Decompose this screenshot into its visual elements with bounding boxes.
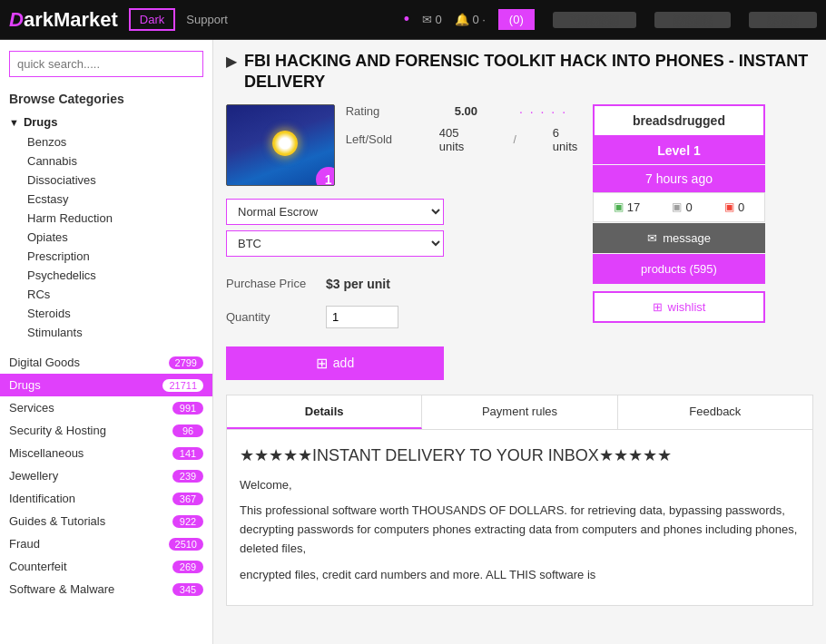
arrow-icon: ▼ [9,117,19,128]
sidebar-item-badge: 2799 [169,356,203,369]
welcome-text: Welcome, [240,476,800,495]
add-to-cart-button[interactable]: ⊞ add [226,346,444,380]
leftsold-label: Left/Sold [346,132,403,146]
sidebar-item-miscellaneous[interactable]: Miscellaneous 141 [0,442,212,464]
seller-name[interactable]: breadsdrugged [593,104,765,137]
user-blurred-3: ▓▓▓▓ [749,12,817,28]
seller-stats: ▣ 17 ▣ 0 ▣ 0 [593,192,765,222]
tab-payment-rules[interactable]: Payment rules [422,395,617,429]
subcat-steroids[interactable]: Steroids [20,304,212,323]
subcat-dissociatives[interactable]: Dissociatives [20,171,212,190]
messages-icon[interactable]: ✉ 0 [422,13,442,26]
subcat-stimulants[interactable]: Stimulants [20,323,212,342]
sidebar-item-label: Miscellaneous [9,446,84,460]
products-button[interactable]: products (595) [593,254,765,284]
sidebar-item-services[interactable]: Services 991 [0,396,212,419]
sidebar-item-label: Services [9,401,54,415]
subcat-rcs[interactable]: RCs [20,285,212,304]
subcat-prescription[interactable]: Prescription [20,247,212,266]
subcat-harm-reduction[interactable]: Harm Reduction [20,209,212,228]
category-list: Digital Goods 2799 Drugs 21711 Services … [0,351,212,600]
sidebar-item-identification[interactable]: Identification 367 [0,487,212,510]
main-layout: Browse Categories ▼ Drugs Benzos Cannabi… [0,40,826,644]
sidebar-item-label: Drugs [9,378,41,392]
top-navigation: DarkMarket Dark Support • ✉ 0 🔔 0 · (0) … [0,0,826,40]
sidebar-item-label: Software & Malware [9,582,114,596]
search-input[interactable] [9,51,203,77]
quantity-label: Quantity [226,310,317,324]
support-link[interactable]: Support [186,13,228,26]
thumb-circle [272,131,298,156]
price-row: Purchase Price $3 per unit [226,277,580,291]
select-options: Normal Escrow BTC [226,199,580,262]
category-drugs-label: Drugs [24,115,58,129]
message-icon: ✉ [647,231,657,245]
tab-details[interactable]: Details [227,395,422,429]
escrow-select[interactable]: Normal Escrow [226,199,444,225]
neutral-feedback: ▣ 0 [672,200,692,214]
details-body-2: encrypted files, credit card numbers and… [240,566,800,585]
wishlist-icon: ⊞ [653,300,663,314]
sidebar-item-badge: 922 [172,515,203,528]
sidebar-item-label: Identification [9,492,75,505]
notifications-icon[interactable]: 🔔 0 · [455,13,486,26]
subcat-opiates[interactable]: Opiates [20,228,212,247]
sidebar-item-drugs[interactable]: Drugs 21711 [0,374,212,396]
delivery-stars: ★★★★★INSTANT DELIVERY TO YOUR INBOX★★★★★ [240,443,800,469]
sidebar-item-software[interactable]: Software & Malware 345 [0,578,212,600]
content-area: ▶ FBI HACKING AND FORENSIC TOOLKIT HACK … [213,40,826,644]
sidebar-item-counterfeit[interactable]: Counterfeit 269 [0,555,212,578]
search-box [9,51,203,77]
nav-dot: • [404,10,409,29]
details-content: ★★★★★INSTANT DELIVERY TO YOUR INBOX★★★★★… [226,430,813,606]
sidebar-item-badge: 2510 [169,538,203,551]
subcat-ecstasy[interactable]: Ecstasy [20,190,212,209]
subcat-psychedelics[interactable]: Psychedelics [20,266,212,285]
sidebar-item-security[interactable]: Security & Hosting 96 [0,419,212,442]
dark-mode-button[interactable]: Dark [129,8,175,31]
sidebar-item-badge: 141 [172,447,203,460]
message-label: message [663,231,711,245]
quantity-row: Quantity [226,306,580,328]
sidebar-item-badge: 269 [172,561,203,573]
product-left-panel: 1 Rating 5.00 · · · · · Left/Sold 405 un… [226,104,580,380]
positive-icon: ▣ [614,200,624,213]
sidebar-item-jewellery[interactable]: Jewellery 239 [0,464,212,487]
leftsold-row: Left/Sold 405 units / 6 units [346,126,580,153]
subcat-cannabis[interactable]: Cannabis [20,151,212,171]
message-button[interactable]: ✉ message [593,223,765,253]
price-label: Purchase Price [226,277,317,290]
sidebar-item-label: Digital Goods [9,356,80,369]
product-thumbnail: 1 [226,104,335,186]
logo: DarkMarket [9,8,118,32]
currency-select[interactable]: BTC [226,230,444,257]
sidebar-item-digital-goods[interactable]: Digital Goods 2799 [0,351,212,374]
sidebar-item-badge: 21711 [162,379,203,392]
positive-count: 17 [627,200,640,214]
sidebar-item-badge: 96 [172,424,203,437]
product-body: 1 Rating 5.00 · · · · · Left/Sold 405 un… [226,104,813,380]
units-separator: / [513,133,516,146]
cart-button[interactable]: (0) [498,9,535,30]
negative-icon: ▣ [724,200,734,213]
quantity-input[interactable] [326,306,398,328]
negative-count: 0 [738,200,744,214]
product-info-panel: Rating 5.00 · · · · · Left/Sold 405 unit… [346,104,580,186]
category-drugs[interactable]: ▼ Drugs [0,112,212,132]
sidebar-item-fraud[interactable]: Fraud 2510 [0,532,212,555]
sidebar-item-label: Fraud [9,537,40,551]
sidebar-item-label: Jewellery [9,469,58,483]
rating-value: 5.00 [455,104,477,118]
user-blurred-1: ▓▓▓▓▓▓ [553,12,637,28]
product-title-row: ▶ FBI HACKING AND FORENSIC TOOLKIT HACK … [226,51,813,93]
sidebar-item-label: Counterfeit [9,560,67,573]
product-title: FBI HACKING AND FORENSIC TOOLKIT HACK IN… [244,51,813,93]
seller-last-seen: 7 hours ago [593,165,765,192]
details-body-1: This professional software worth THOUSAN… [240,502,800,558]
seller-level: Level 1 [593,137,765,164]
user-blurred-2: ▓▓▓▓▓ [654,12,731,28]
tab-feedback[interactable]: Feedback [618,395,812,429]
subcat-benzos[interactable]: Benzos [20,132,212,151]
sidebar-item-guides[interactable]: Guides & Tutorials 922 [0,510,212,532]
wishlist-button[interactable]: ⊞ wishlist [593,291,765,323]
